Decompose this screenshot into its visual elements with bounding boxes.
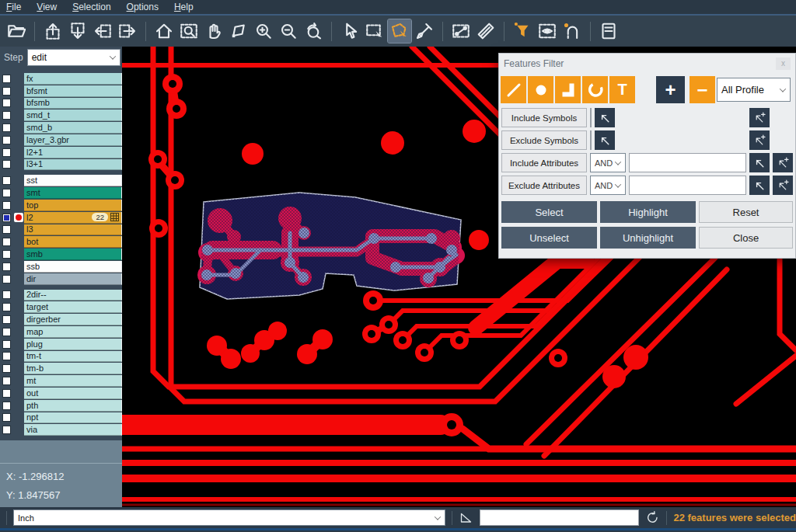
layer-name-bar[interactable]: dirgerber (24, 314, 122, 325)
layer-name-bar[interactable]: out (24, 388, 122, 399)
step-select[interactable]: edit (27, 49, 120, 66)
layer-name-bar[interactable]: sst (24, 175, 122, 186)
clear-brush-icon[interactable] (413, 19, 436, 43)
layer-visibility-checkbox[interactable] (2, 402, 11, 410)
command-input[interactable] (480, 509, 639, 526)
pick-add-from-canvas-button[interactable] (749, 130, 770, 150)
zoom-area-icon[interactable] (177, 19, 201, 43)
pan-right-icon[interactable] (116, 19, 139, 43)
dialog-action-button[interactable]: Select (501, 201, 597, 223)
layer-name-bar[interactable]: map (24, 326, 122, 338)
and-or-select[interactable]: AND (590, 153, 626, 172)
layer-visibility-checkbox[interactable] (2, 123, 11, 132)
menu-item[interactable]: File (6, 2, 21, 12)
layer-name-bar[interactable]: ssb (24, 261, 122, 273)
pad-feature-button[interactable] (528, 76, 553, 103)
pick-add-from-canvas-button[interactable] (749, 108, 770, 127)
layer-visibility-checkbox[interactable] (2, 136, 11, 144)
layer-visibility-checkbox[interactable] (2, 238, 11, 246)
layer-visibility-checkbox[interactable] (2, 201, 11, 210)
layer-name-bar[interactable]: target (24, 301, 122, 313)
layer-visibility-checkbox[interactable] (2, 111, 11, 120)
refresh-icon[interactable] (645, 510, 660, 525)
layer-name-bar[interactable]: dir (24, 273, 122, 285)
layer-visibility-checkbox[interactable] (2, 303, 11, 311)
pan-down-icon[interactable] (66, 19, 89, 43)
filter-value-input[interactable] (629, 176, 746, 195)
layer-name-bar[interactable]: 2dir-- (24, 290, 122, 301)
filter-value-input[interactable] (590, 108, 592, 127)
rect-select-icon[interactable] (363, 19, 386, 43)
units-select[interactable]: Inch (13, 509, 445, 526)
layer-name-bar[interactable]: bfsmb (24, 98, 122, 110)
remove-mode-button[interactable]: − (690, 76, 715, 103)
layer-name-bar[interactable]: l2+1 (24, 147, 122, 158)
zoom-out-icon[interactable] (277, 19, 300, 43)
zoom-previous-icon[interactable] (302, 19, 325, 43)
layer-visibility-checkbox[interactable] (2, 225, 11, 234)
layer-visibility-checkbox[interactable] (2, 275, 11, 283)
layer-visibility-checkbox[interactable] (2, 99, 11, 107)
layer-name-bar[interactable]: bot (24, 236, 122, 248)
features-filter-icon[interactable] (511, 19, 534, 43)
select-cursor-icon[interactable] (338, 19, 361, 43)
surface-feature-button[interactable] (555, 76, 581, 103)
layer-name-bar[interactable]: l3+1 (24, 159, 122, 171)
filter-row-label-button[interactable]: Exclude Attributes (501, 176, 587, 195)
menu-item[interactable]: Help (174, 2, 194, 12)
menu-item[interactable]: Selection (72, 2, 110, 12)
layer-visibility-checkbox[interactable] (2, 389, 11, 398)
pick-add-from-canvas-button[interactable] (773, 153, 793, 172)
filter-value-input[interactable] (629, 153, 746, 172)
dialog-action-button[interactable]: Reset (699, 201, 793, 223)
view-options-icon[interactable] (536, 19, 559, 43)
report-icon[interactable] (597, 19, 620, 43)
measure-icon[interactable] (449, 19, 473, 43)
layer-visibility-checkbox[interactable] (2, 160, 11, 169)
angle-measure-icon[interactable] (459, 510, 473, 525)
profile-select[interactable]: All Profile (717, 78, 791, 102)
layer-visibility-checkbox[interactable] (2, 87, 11, 96)
pan-hand-icon[interactable] (202, 19, 225, 43)
layer-name-bar[interactable]: layer_3.gbr (24, 134, 122, 146)
zoom-polygon-icon[interactable] (227, 19, 250, 43)
pick-from-canvas-button[interactable] (595, 108, 615, 127)
and-or-select[interactable]: AND (590, 176, 626, 195)
menu-item[interactable]: Options (127, 2, 159, 12)
add-mode-button[interactable]: + (656, 76, 685, 103)
text-feature-button[interactable]: T (609, 76, 635, 103)
attributes-grid-icon[interactable] (110, 213, 119, 221)
layer-visibility-checkbox[interactable] (2, 148, 11, 157)
dialog-action-button[interactable]: Close (699, 227, 793, 249)
layer-visibility-checkbox[interactable] (2, 290, 11, 299)
line-feature-button[interactable] (501, 76, 526, 103)
layer-visibility-checkbox[interactable] (2, 263, 11, 271)
layer-visibility-checkbox[interactable] (2, 352, 11, 360)
filter-row-label-button[interactable]: Exclude Symbols (501, 130, 587, 150)
home-icon[interactable] (152, 19, 176, 43)
open-folder-icon[interactable] (5, 19, 28, 43)
layer-name-bar[interactable]: via (24, 424, 122, 436)
polygon-select-icon[interactable] (388, 19, 411, 43)
active-layer-indicator[interactable] (14, 213, 23, 222)
ruler-icon[interactable] (474, 19, 498, 43)
pick-from-canvas-button[interactable] (749, 153, 770, 172)
filter-value-input[interactable] (590, 130, 592, 150)
layer-visibility-checkbox[interactable] (2, 189, 11, 197)
layer-name-bar[interactable]: smt (24, 187, 122, 199)
layer-visibility-checkbox[interactable] (2, 214, 11, 222)
dialog-action-button[interactable]: Unselect (501, 227, 597, 249)
layer-name-bar[interactable]: smd_t (24, 110, 122, 121)
layer-name-bar[interactable]: l2 22 (24, 212, 122, 224)
menu-item[interactable]: View (37, 2, 57, 12)
layer-name-bar[interactable]: l3 (24, 224, 122, 236)
layer-visibility-checkbox[interactable] (2, 413, 11, 422)
layer-visibility-checkbox[interactable] (2, 328, 11, 336)
pick-from-canvas-button[interactable] (595, 130, 615, 150)
dialog-action-button[interactable]: Highlight (600, 201, 696, 223)
layer-name-bar[interactable]: fx (24, 73, 122, 85)
layer-name-bar[interactable]: tm-b (24, 363, 122, 374)
layer-visibility-checkbox[interactable] (2, 176, 11, 185)
filter-row-label-button[interactable]: Include Attributes (501, 153, 587, 172)
zoom-in-icon[interactable] (252, 19, 275, 43)
